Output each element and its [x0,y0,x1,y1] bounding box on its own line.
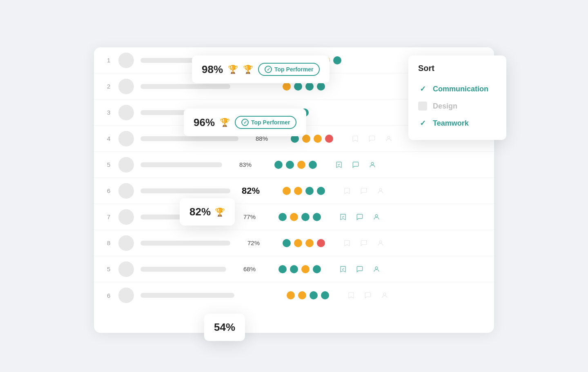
action-icons [337,211,382,223]
action-icons [333,159,378,170]
tooltip-96: 96% 🏆 ✓ Top Performer [184,108,306,136]
svg-point-4 [379,241,382,243]
sort-item-design[interactable]: Design [418,97,497,115]
chat-icon[interactable] [350,159,361,170]
dot [283,82,291,91]
bookmark-icon [350,133,361,144]
tooltip-98: 98% 🏆 🏆 ✓ Top Performer [192,55,330,83]
dots-group [268,161,317,169]
dots-group [276,187,325,195]
top-performer-badge: ✓ Top Performer [258,63,320,76]
table-row: 7 77% [94,204,494,230]
chat-icon[interactable] [354,264,365,275]
dot [309,161,317,169]
dot [333,56,341,64]
dot [314,135,322,143]
row-number: 4 [107,135,118,142]
sort-dropdown[interactable]: Sort ✓ Communication Design ✓ Teamwork [408,55,506,140]
row-number: 5 [107,266,118,272]
row-number: 8 [107,239,118,246]
check-icon: ✓ [418,119,427,128]
pct-label: 83% [232,161,252,168]
dot [317,239,325,247]
avatar [118,261,134,277]
dots-group [272,265,321,273]
profile-icon [375,185,386,197]
badge-label: Top Performer [274,66,313,73]
action-icons [341,185,386,197]
dot [321,291,329,299]
bookmark-icon [358,55,369,66]
chat-icon [374,55,385,66]
dot [325,135,333,143]
sort-label-communication: Communication [433,85,488,93]
chat-icon [358,185,369,197]
svg-point-3 [375,215,378,217]
top-performer-badge: ✓ Top Performer [235,116,296,129]
profile-icon[interactable] [371,264,382,275]
name-bar [140,241,230,246]
tooltip-82: 82% 🏆 [180,198,235,226]
row-number: 7 [107,213,118,220]
bookmark-icon [345,290,356,301]
row-number: 6 [107,187,118,194]
bookmark-icon [341,237,352,249]
tooltip-pct: 96% [194,116,215,129]
dot [305,187,314,195]
dot [310,291,318,299]
dot [297,161,305,169]
action-icons [350,133,394,144]
sort-title: Sort [418,64,497,73]
dot [305,82,314,91]
bookmark-icon[interactable] [337,211,348,223]
scene: 1 2 [69,27,519,345]
dots-group [272,213,321,221]
action-icons [337,264,382,275]
name-bar [140,267,226,272]
dots-group [280,291,329,299]
pct-label: 72% [240,239,260,246]
trophy-icon: 🏆 [215,207,225,217]
chat-icon [366,133,377,144]
dot [294,187,302,195]
dot [298,291,306,299]
sort-label-teamwork: Teamwork [433,119,469,128]
chat-icon[interactable] [354,211,365,223]
profile-icon [379,290,390,301]
sort-item-teamwork[interactable]: ✓ Teamwork [418,115,497,132]
name-bar [140,293,234,298]
dot [283,187,291,195]
avatar [118,53,134,68]
dot [278,213,287,221]
profile-icon[interactable] [367,159,378,170]
svg-point-5 [375,267,378,269]
dot [287,291,295,299]
profile-icon[interactable] [371,211,382,223]
bookmark-icon[interactable] [337,264,348,275]
sort-item-communication[interactable]: ✓ Communication [418,80,497,97]
dot [294,239,302,247]
dot [301,265,310,273]
dots-group [276,239,325,247]
avatar [118,288,134,303]
dot [294,82,302,91]
row-number: 3 [107,109,118,116]
table-row: 6 [94,282,494,308]
pct-label: 68% [236,266,256,272]
bookmark-icon[interactable] [333,159,344,170]
table-row: 6 82% [94,178,494,204]
profile-icon [392,55,403,66]
pct-label: 77% [236,213,256,220]
svg-point-0 [388,136,390,139]
avatar [118,105,134,120]
dot [290,265,298,273]
tooltip-pct: 54% [214,321,235,333]
dot [317,82,325,91]
uncheck-icon [418,102,427,111]
dot [317,187,325,195]
check-icon: ✓ [418,84,427,93]
row-number: 5 [107,161,118,168]
row-number: 6 [107,292,118,299]
check-icon: ✓ [241,119,249,126]
dots-group [276,82,325,91]
